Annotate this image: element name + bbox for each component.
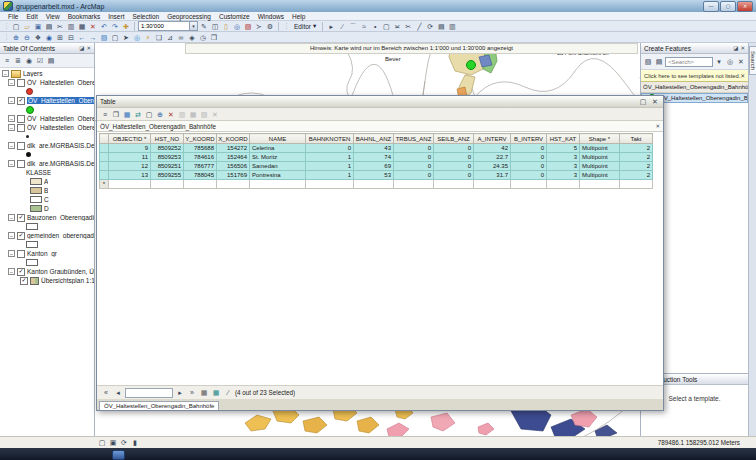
table-cell[interactable]: 42 — [474, 144, 511, 153]
map-scale-combo[interactable]: ▾ — [138, 21, 198, 31]
split-tool-icon[interactable]: ╱ — [414, 21, 424, 31]
table-cell[interactable] — [184, 180, 217, 189]
toc-row[interactable]: –✓Bauzonen_Oberengadin — [0, 213, 94, 222]
switch-selection-icon[interactable]: ⇄ — [133, 109, 143, 119]
toc-row[interactable]: –Layers — [0, 69, 94, 78]
layer-label[interactable]: ÖV_Haltestellen_Oberengadin_Bahnhöfe — [27, 97, 94, 104]
reshape-feature-icon[interactable]: ≍ — [392, 21, 402, 31]
table-cell[interactable]: 2 — [620, 144, 653, 153]
table-cell[interactable]: Celerina — [250, 144, 306, 153]
show-all-records-icon[interactable]: ▦ — [199, 388, 209, 398]
column-header[interactable]: BAHNL_ANZ — [354, 134, 394, 144]
layer-checkbox[interactable] — [17, 79, 25, 87]
table-cell[interactable] — [306, 180, 354, 189]
table-cell[interactable] — [511, 180, 547, 189]
forward-extent-icon[interactable]: → — [88, 32, 98, 42]
table-row[interactable]: 138509255788045151769Pontresina1530031.7… — [100, 171, 653, 180]
pause-drawing-icon[interactable]: ▮ — [130, 438, 140, 448]
first-record-icon[interactable]: « — [101, 388, 111, 398]
organize-templates-icon[interactable]: ▧ — [643, 57, 653, 67]
toc-row[interactable] — [0, 87, 94, 96]
new-document-icon[interactable]: ▢ — [11, 21, 21, 31]
layer-checkbox[interactable] — [17, 160, 25, 168]
highlight-icon[interactable]: ▧ — [199, 109, 209, 119]
column-header[interactable]: NAME — [250, 134, 306, 144]
edit-indicator-icon[interactable]: ∕ — [223, 388, 233, 398]
measure-icon[interactable]: ⊿ — [165, 32, 175, 42]
menu-geoprocessing[interactable]: Geoprocessing — [163, 13, 215, 20]
table-cell[interactable]: 22.7 — [474, 153, 511, 162]
table-of-contents-icon[interactable]: ◫ — [210, 21, 220, 31]
column-header[interactable]: A_INTERV — [474, 134, 511, 144]
layer-checkbox[interactable]: ✓ — [17, 232, 25, 240]
column-header[interactable]: X_KOORD — [217, 134, 250, 144]
table-cell[interactable] — [151, 180, 184, 189]
expander-icon[interactable]: – — [8, 142, 15, 149]
close-button[interactable]: ✕ — [737, 1, 753, 12]
minimize-button[interactable]: — — [703, 1, 719, 12]
expander-icon[interactable]: – — [8, 124, 15, 131]
toc-row[interactable]: –dlk_are.MGRBASIS.Dev_Guetekla — [0, 159, 94, 168]
clear-search-icon[interactable]: ✕ — [736, 57, 746, 67]
layer-label[interactable]: Bauzonen_Oberengadin — [27, 214, 94, 221]
menu-edit[interactable]: Edit — [22, 13, 41, 20]
table-cell[interactable]: 0 — [394, 162, 434, 171]
table-cell[interactable]: 156506 — [217, 162, 250, 171]
template-search-input[interactable] — [666, 59, 712, 65]
select-by-attributes-icon[interactable]: ▦ — [122, 109, 132, 119]
menu-help[interactable]: Help — [288, 13, 309, 20]
layer-label[interactable]: Kanton Graubünden, Übersichtsp — [27, 268, 94, 275]
menu-bookmarks[interactable]: Bookmarks — [64, 13, 105, 20]
expander-icon[interactable]: – — [8, 214, 15, 221]
close-icon[interactable]: ✕ — [740, 73, 745, 79]
find-icon[interactable]: ∞ — [176, 32, 186, 42]
list-by-source-icon[interactable]: ≣ — [13, 55, 23, 65]
row-selector-cell[interactable] — [100, 162, 109, 171]
column-header[interactable]: HST_NO — [151, 134, 184, 144]
layer-label[interactable]: dlk_are.MGRBASIS.DeV_Haltestell — [27, 142, 94, 149]
table-cell[interactable]: Multipoint — [580, 144, 620, 153]
column-header[interactable]: Y_KOORD — [184, 134, 217, 144]
catalog-window-icon[interactable]: ▯ — [221, 21, 231, 31]
layer-label[interactable]: ÖV_Haltestellen_Oberengadin_Busstationen — [27, 79, 94, 86]
table-cell[interactable]: 24.35 — [474, 162, 511, 171]
table-cell[interactable]: 53 — [354, 171, 394, 180]
dropdown-arrow-icon[interactable]: ▾ — [714, 57, 724, 67]
table-cell[interactable]: 5 — [547, 144, 580, 153]
templates-notice-bar[interactable]: Click here to see templates not listed. … — [641, 70, 748, 82]
edit-tool-icon[interactable]: ▸ — [326, 21, 336, 31]
html-popup-icon[interactable]: ❏ — [154, 32, 164, 42]
time-slider-icon[interactable]: ◷ — [198, 32, 208, 42]
toc-row[interactable]: –ÖV_Haltestellen_Oberengadin_Busstatione… — [0, 78, 94, 87]
close-related-icon[interactable]: ✕ — [210, 109, 220, 119]
zoom-to-selected-icon[interactable]: ⊕ — [155, 109, 165, 119]
table-row[interactable]: 118509253784616152464St. Moritz1740022.7… — [100, 153, 653, 162]
row-selector-cell[interactable] — [100, 144, 109, 153]
straight-segment-icon[interactable]: ∕ — [337, 21, 347, 31]
list-by-visibility-icon[interactable]: ◉ — [24, 55, 34, 65]
column-header[interactable]: HST_KAT — [547, 134, 580, 144]
layer-checkbox[interactable] — [17, 115, 25, 123]
table-cell[interactable]: 0 — [434, 162, 474, 171]
toc-row[interactable] — [0, 240, 94, 249]
layer-label[interactable]: Kanton_gr — [27, 250, 57, 257]
menu-selection[interactable]: Selection — [128, 13, 163, 20]
pan-icon[interactable]: ❖ — [33, 32, 43, 42]
layer-checkbox[interactable] — [17, 142, 25, 150]
cut-icon[interactable]: ✂ — [55, 21, 65, 31]
arctoolbox-icon[interactable]: ▨ — [243, 21, 253, 31]
table-cell[interactable]: Samedan — [250, 162, 306, 171]
edit-vertices-icon[interactable]: ▢ — [381, 21, 391, 31]
toc-row[interactable]: –dlk_are.MGRBASIS.DeV_Haltestell — [0, 141, 94, 150]
layer-label[interactable]: ÖV_Haltestellen_Oberengadin — [27, 124, 94, 131]
table-cell[interactable]: 31.7 — [474, 171, 511, 180]
clear-selection-icon[interactable]: ▢ — [144, 109, 154, 119]
refresh-view-icon[interactable]: ⟳ — [119, 438, 129, 448]
toolbar-grip[interactable]: ⋮ — [3, 22, 9, 30]
table-tab[interactable]: ÖV_Haltestellen_Oberengadin_Bahnhöfe — [99, 401, 219, 410]
paste-icon[interactable]: ▦ — [77, 21, 87, 31]
toc-row[interactable]: B — [0, 186, 94, 195]
toc-row[interactable]: –ÖV_Haltestellen_Oberengadin_ch — [0, 114, 94, 123]
back-extent-icon[interactable]: ← — [77, 32, 87, 42]
table-options-icon[interactable]: ≡ — [100, 109, 110, 119]
